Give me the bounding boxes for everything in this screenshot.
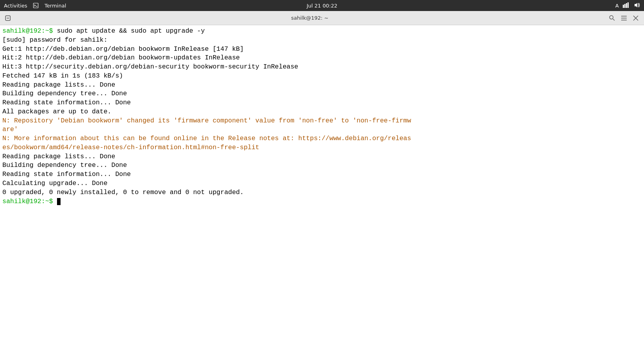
terminal-line: sahilk@192:~$ sudo apt update && sudo ap… bbox=[2, 27, 642, 36]
terminal-prompt: sahilk@192:~$ bbox=[2, 198, 57, 205]
terminal-line: Building dependency tree... Done bbox=[2, 89, 642, 98]
terminal-line: Hit:3 http://security.debian.org/debian-… bbox=[2, 63, 642, 72]
svg-line-10 bbox=[613, 19, 615, 20]
close-button[interactable] bbox=[631, 13, 641, 23]
network-icon bbox=[623, 2, 630, 9]
terminal-notice-line: are' bbox=[2, 125, 642, 134]
terminal-output[interactable]: sahilk@192:~$ sudo apt update && sudo ap… bbox=[0, 25, 644, 361]
system-bar-right: A bbox=[615, 2, 640, 9]
title-bar-controls bbox=[607, 13, 641, 23]
system-bar: Activities Terminal Jul 21 00:22 A bbox=[0, 0, 644, 11]
terminal-notice-line: N: Repository 'Debian bookworm' changed … bbox=[2, 117, 642, 126]
new-tab-button[interactable] bbox=[3, 13, 13, 23]
terminal-line: Reading package lists... Done bbox=[2, 81, 642, 90]
terminal-line: Reading package lists... Done bbox=[2, 152, 642, 161]
volume-icon bbox=[634, 2, 640, 9]
system-datetime: Jul 21 00:22 bbox=[307, 3, 337, 9]
title-bar: sahilk@192: ~ bbox=[0, 11, 644, 25]
svg-rect-4 bbox=[626, 3, 627, 8]
terminal-line: All packages are up to date. bbox=[2, 107, 642, 117]
terminal-notice-line: N: More information about this can be fo… bbox=[2, 134, 642, 143]
activities-button[interactable]: Activities bbox=[4, 3, 27, 9]
system-bar-left: Activities Terminal bbox=[4, 2, 66, 9]
svg-rect-5 bbox=[627, 2, 629, 8]
menu-button[interactable] bbox=[619, 13, 629, 23]
terminal-line: Hit:2 http://deb.debian.org/debian bookw… bbox=[2, 54, 642, 63]
svg-marker-6 bbox=[635, 3, 637, 7]
font-size-icon: A bbox=[615, 3, 619, 9]
terminal-line: Reading state information... Done bbox=[2, 98, 642, 107]
window-title: sahilk@192: ~ bbox=[291, 15, 329, 21]
title-bar-left bbox=[3, 13, 13, 23]
search-button[interactable] bbox=[607, 13, 617, 23]
terminal-line: Reading state information... Done bbox=[2, 170, 642, 179]
terminal-window: sahilk@192: ~ bbox=[0, 11, 644, 361]
terminal-line: Get:1 http://deb.debian.org/debian bookw… bbox=[2, 45, 642, 54]
terminal-line: sahilk@192:~$ bbox=[2, 197, 642, 206]
svg-rect-2 bbox=[623, 5, 624, 8]
terminal-notice-line: es/bookworm/amd64/release-notes/ch-infor… bbox=[2, 143, 642, 152]
terminal-line: Building dependency tree... Done bbox=[2, 161, 642, 170]
terminal-cursor bbox=[57, 198, 61, 205]
terminal-taskbar-label: Terminal bbox=[44, 3, 66, 9]
terminal-taskbar-icon[interactable] bbox=[33, 2, 39, 9]
terminal-line: Fetched 147 kB in 1s (183 kB/s) bbox=[2, 72, 642, 81]
terminal-command-text: sudo apt update && sudo apt upgrade -y bbox=[57, 27, 205, 35]
terminal-line: 0 upgraded, 0 newly installed, 0 to remo… bbox=[2, 188, 642, 197]
terminal-line: [sudo] password for sahilk: bbox=[2, 36, 642, 45]
terminal-prompt: sahilk@192:~$ bbox=[2, 27, 57, 35]
svg-rect-3 bbox=[624, 4, 626, 8]
svg-point-9 bbox=[610, 16, 613, 19]
terminal-line: Calculating upgrade... Done bbox=[2, 179, 642, 188]
